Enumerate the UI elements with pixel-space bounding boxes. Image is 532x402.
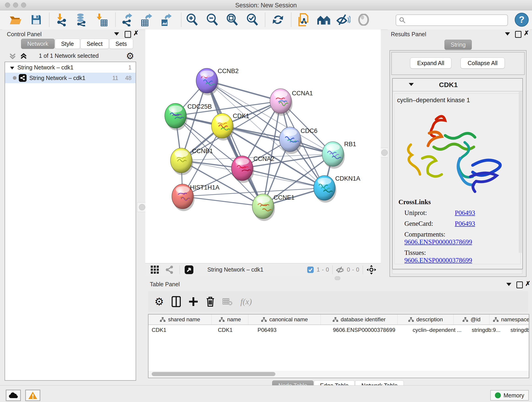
export-network-icon[interactable] (120, 12, 135, 27)
node-CDK1[interactable]: CDK1 (211, 113, 249, 140)
expand-all-icon[interactable] (20, 52, 27, 60)
search-field[interactable] (396, 14, 508, 26)
column-header-namespace[interactable]: namespace (489, 314, 529, 325)
birdseye-home-icon[interactable] (316, 12, 331, 27)
share-view-icon[interactable] (165, 266, 174, 274)
column-header-name[interactable]: name (212, 314, 248, 325)
warning-button[interactable] (25, 390, 40, 401)
export-table-icon[interactable] (139, 12, 154, 27)
column-header-canonical-name[interactable]: canonical name (248, 314, 321, 325)
node-CCNB2[interactable]: CCNB2 (196, 68, 239, 95)
crosslink-link[interactable]: 9606.ENSP00000378699 (404, 256, 472, 264)
tab-sets[interactable]: Sets (109, 39, 133, 49)
node-CDKN1A[interactable]: CDKN1A (314, 175, 360, 203)
cell-description[interactable]: cyclin–dependent ... (409, 325, 469, 335)
table-close-panel-icon[interactable]: ✗ (525, 281, 530, 287)
tab-string[interactable]: String (444, 40, 472, 50)
search-input[interactable] (408, 17, 507, 24)
delete-column-trash-icon[interactable] (206, 296, 215, 307)
expand-all-button[interactable]: Expand All (410, 57, 451, 69)
table-panel: Table Panel ✗ ⚙ f(x) shared namenamecano… (147, 280, 530, 380)
gear-icon[interactable]: ⚙ (126, 51, 134, 61)
collapse-all-icon[interactable] (9, 52, 17, 60)
node-table[interactable]: shared namenamecanonical namedatabase id… (148, 314, 529, 372)
selected-checkbox-icon[interactable] (307, 266, 314, 273)
results-close-panel-icon[interactable]: ✗ (524, 31, 529, 36)
table-gear-icon[interactable]: ⚙ (154, 295, 164, 308)
cell-namespace[interactable]: stringdb (507, 325, 529, 335)
table-row[interactable]: CDK1CDK1P064939606.ENSP00000378699cyclin… (148, 325, 529, 335)
close-panel-icon[interactable]: ✗ (133, 31, 139, 36)
network-row-selected[interactable]: String Network – cdk1 11 48 (5, 73, 136, 83)
cloud-button[interactable] (6, 390, 21, 401)
node-RB1[interactable]: RB1 (322, 141, 356, 169)
results-panel-menu-icon[interactable] (505, 32, 510, 36)
node-CDC6[interactable]: CDC6 (279, 127, 317, 154)
snapshot-icon[interactable] (296, 12, 311, 27)
open-session-icon[interactable] (8, 12, 23, 27)
column-header-description[interactable]: description (398, 314, 454, 325)
help-icon[interactable]: ? (514, 12, 529, 27)
table-panel-title: Table Panel (150, 281, 180, 287)
panel-menu-icon[interactable] (114, 32, 119, 36)
crosslink-row: Uniprot:P06493 (404, 209, 520, 217)
table-float-panel-icon[interactable] (516, 281, 523, 289)
network-collection-row[interactable]: String Network – cdk1 1 (5, 62, 136, 73)
node-CCNE1[interactable]: CCNE1 (252, 194, 295, 221)
crosslink-link[interactable]: P06493 (455, 220, 475, 227)
hidden-eye-icon[interactable] (336, 266, 344, 273)
string-network-graph[interactable]: CCNB2CCNA1CDC25BCDK1CDC6RB1CCNB1CCNA2CDK… (145, 30, 381, 263)
string-results-container: Expand All Collapse All CDK1 cyclin–depe… (389, 50, 526, 277)
table-hscrollbar[interactable] (148, 371, 529, 378)
network-view-toolbar: String Network – cdk1 1 - 0 0 - 0 (145, 263, 381, 276)
network-canvas[interactable]: CCNB2CCNA1CDC25BCDK1CDC6RB1CCNB1CCNA2CDK… (145, 30, 381, 263)
tab-style[interactable]: Style (55, 39, 80, 49)
fit-crosshair-icon[interactable] (367, 265, 376, 274)
tab-network[interactable]: Network (21, 39, 55, 49)
refresh-layout-icon[interactable] (270, 12, 285, 27)
cell-canonical-name[interactable]: P06493 (254, 325, 330, 335)
import-network-database-icon[interactable] (74, 12, 89, 27)
birdseye-toggle-icon[interactable] (184, 265, 194, 274)
table-toolbar: ⚙ f(x) (148, 291, 528, 312)
results-scrollbar[interactable] (519, 92, 522, 253)
cell-name[interactable]: CDK1 (215, 325, 254, 335)
section-collapse-icon[interactable] (409, 83, 414, 87)
zoom-out-icon[interactable] (205, 12, 220, 27)
column-header-shared-name[interactable]: shared name (148, 314, 212, 325)
node-label-CDC25B: CDC25B (187, 103, 212, 110)
hide-panel-eye-icon[interactable] (336, 12, 351, 27)
float-panel-icon[interactable] (125, 31, 131, 39)
zoom-fit-icon[interactable] (225, 12, 240, 27)
results-float-panel-icon[interactable] (515, 31, 521, 39)
table-panel-menu-icon[interactable] (506, 283, 511, 287)
edge-HIST1H1A-CCNE1[interactable] (183, 196, 263, 206)
zoom-in-icon[interactable] (184, 12, 200, 27)
add-column-icon[interactable] (189, 297, 198, 306)
save-session-icon[interactable] (29, 12, 44, 27)
zoom-selected-icon[interactable] (245, 12, 260, 27)
crosslink-row: GeneCard:P06493 (404, 220, 520, 227)
network-status-dot-icon (13, 76, 17, 80)
results-hscrollbar[interactable] (392, 270, 522, 274)
cell--id[interactable]: stringdb:9... (469, 325, 507, 335)
collapse-triangle-icon[interactable] (10, 64, 14, 71)
grid-view-icon[interactable] (151, 266, 159, 274)
cell-shared-name[interactable]: CDK1 (148, 325, 215, 335)
memory-button[interactable]: Memory (490, 390, 529, 401)
import-network-icon[interactable] (55, 12, 70, 27)
column-header-database-identifier[interactable]: database identifier (321, 314, 398, 325)
show-panel-eye-icon[interactable] (356, 12, 371, 27)
cell-database-identifier[interactable]: 9606.ENSP00000378699 (330, 325, 409, 335)
table-hscrollbar-thumb[interactable] (152, 372, 275, 376)
import-table-icon[interactable] (94, 12, 109, 27)
column-header--id[interactable]: @id (454, 314, 489, 325)
column-visibility-icon[interactable] (172, 296, 181, 307)
crosslink-link[interactable]: P06493 (455, 209, 475, 216)
bottom-splitter-handle[interactable] (335, 276, 340, 280)
collapse-all-button[interactable]: Collapse All (461, 57, 505, 69)
export-image-icon[interactable] (158, 12, 173, 27)
clear-table-icon (222, 298, 233, 306)
crosslink-link[interactable]: 9606.ENSP00000378699 (404, 238, 472, 245)
tab-select[interactable]: Select (80, 39, 109, 49)
